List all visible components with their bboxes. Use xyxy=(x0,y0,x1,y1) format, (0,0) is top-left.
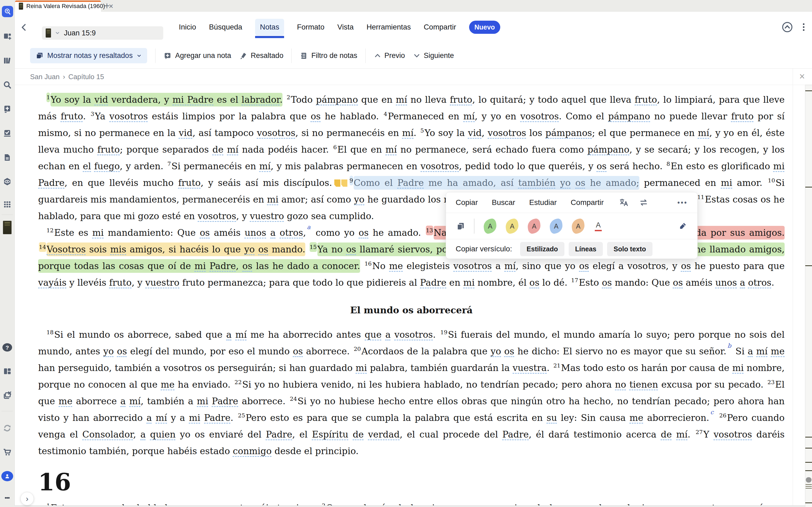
linked-word[interactable]: Padre xyxy=(209,261,236,271)
collapse-toolbar-icon[interactable] xyxy=(781,21,793,33)
linked-word[interactable]: mi xyxy=(267,194,278,205)
highlight-swatch-2[interactable]: A xyxy=(526,218,541,234)
linked-word[interactable]: Espíritu xyxy=(312,429,349,440)
linked-word[interactable]: mí xyxy=(676,429,688,440)
linked-word[interactable]: a xyxy=(147,412,152,423)
linked-word[interactable]: os xyxy=(293,346,303,356)
copy-option-líneas[interactable]: Líneas xyxy=(569,242,603,256)
popup-more-icon[interactable]: ••• xyxy=(677,199,688,207)
verse-text[interactable]: Si permanecéis en mí, y mis palabras per… xyxy=(171,161,666,171)
linked-word[interactable]: yo xyxy=(354,194,364,205)
bible-text-area[interactable]: 1Yo soy la vid verdadera, y mi Padre es … xyxy=(14,85,793,505)
verse-text[interactable] xyxy=(715,412,718,423)
linked-word[interactable]: no xyxy=(615,379,626,390)
linked-word[interactable]: os xyxy=(579,261,589,271)
linked-word[interactable]: mi xyxy=(773,161,784,171)
linked-word[interactable]: vuestro xyxy=(145,277,180,288)
sidebar-item-documents[interactable] xyxy=(3,153,11,162)
linked-word[interactable]: tienen xyxy=(629,379,658,390)
sidebar-item-more[interactable] xyxy=(5,496,10,500)
linked-word[interactable]: unos xyxy=(715,277,737,288)
linked-word[interactable]: os xyxy=(346,244,356,255)
nav-item-formato[interactable]: Formato xyxy=(297,19,324,36)
linked-word[interactable]: yo xyxy=(244,244,255,255)
linked-word[interactable]: conmigo xyxy=(233,446,272,456)
linked-word[interactable]: Vosotros xyxy=(47,244,86,255)
verse-text[interactable]: Esto os mando: Que os améis unos a otros… xyxy=(579,277,774,288)
linked-word[interactable]: mí xyxy=(227,144,238,155)
footnote-marker[interactable]: c xyxy=(710,409,713,415)
verse-text[interactable]: Yo soy la vid verdadera, y mi Padre es e… xyxy=(50,93,283,107)
linked-word[interactable]: vosotros xyxy=(420,161,459,171)
popup-action-buscar[interactable]: Buscar xyxy=(492,198,515,207)
reference-input[interactable]: Juan 15:9 xyxy=(42,26,163,40)
verse-text[interactable]: Si yo no hubiera venido, ni les hubiera … xyxy=(242,379,767,390)
linked-word[interactable]: mi xyxy=(194,261,206,271)
add-note-button[interactable]: Agregar una nota xyxy=(163,52,231,60)
linked-word[interactable]: mi xyxy=(189,412,200,423)
highlight-swatch-4[interactable]: A xyxy=(571,218,586,234)
verse-text[interactable]: Pero esto es para que se cumpla la palab… xyxy=(246,412,709,423)
linked-word[interactable]: vosotros xyxy=(488,128,526,138)
linked-word[interactable]: mí xyxy=(386,144,397,155)
linked-word[interactable]: me xyxy=(58,396,72,406)
linked-word[interactable]: fruto xyxy=(109,277,132,288)
sidebar-item-dashboard[interactable] xyxy=(3,32,11,41)
verse-text[interactable]: Acordaos de la palabra que yo os he dich… xyxy=(361,346,726,356)
previous-note-button[interactable]: Previo xyxy=(374,52,405,60)
popup-action-estudiar[interactable]: Estudiar xyxy=(529,198,557,207)
verse-text[interactable]: Ya vosotros estáis limpios por la palabr… xyxy=(95,111,383,121)
linked-word[interactable]: mi xyxy=(721,178,732,188)
linked-word[interactable]: vosotros xyxy=(198,211,236,221)
linked-word[interactable]: os xyxy=(258,244,268,255)
linked-word[interactable]: os xyxy=(311,111,321,121)
linked-word[interactable]: Padre xyxy=(420,277,446,288)
linked-word[interactable]: Padre xyxy=(38,178,64,188)
breadcrumb-close-icon[interactable]: × xyxy=(795,70,809,83)
linked-word[interactable]: labrador xyxy=(242,95,280,105)
linked-word[interactable]: vosotros xyxy=(453,261,492,271)
linked-word[interactable]: vuestra xyxy=(513,363,547,373)
linked-word[interactable]: fruto xyxy=(97,144,120,155)
linked-word[interactable]: Os xyxy=(326,503,338,505)
linked-word[interactable]: mí xyxy=(156,412,167,423)
chevron-down-icon[interactable] xyxy=(55,30,60,36)
linked-word[interactable]: a xyxy=(748,346,753,356)
nav-item-compartir[interactable]: Compartir xyxy=(424,19,456,36)
linked-word[interactable]: me xyxy=(389,261,403,271)
verse-text[interactable]: Estas cosas os he hablado, para que no t… xyxy=(50,503,321,505)
sidebar-item-passage-guide[interactable] xyxy=(3,105,11,113)
linked-word[interactable]: os xyxy=(242,261,252,271)
linked-word[interactable]: mí xyxy=(396,95,407,105)
verse-text[interactable]: Vosotros sois mis amigos, si hacéis lo q… xyxy=(47,242,305,256)
linked-word[interactable]: Padre xyxy=(397,178,424,188)
linked-word[interactable]: os xyxy=(359,227,369,238)
next-note-button[interactable]: Siguiente xyxy=(413,52,454,60)
linked-word[interactable]: sinagogas xyxy=(427,503,473,505)
linked-word[interactable]: Consolador xyxy=(83,429,133,440)
verse-text[interactable]: Como el Padre me ha amado, así también y… xyxy=(354,176,639,190)
linked-word[interactable]: vid xyxy=(179,128,193,138)
linked-word[interactable]: os xyxy=(529,277,540,288)
show-notes-dropdown[interactable]: Mostrar notas y resaltados xyxy=(30,48,147,63)
highlight-swatch-1[interactable]: A xyxy=(505,218,519,234)
linked-word[interactable]: os xyxy=(117,346,127,356)
linked-word[interactable]: vosotros xyxy=(109,111,148,121)
verse-text[interactable]: como yo os he amado. xyxy=(311,227,425,238)
linked-word[interactable]: mí xyxy=(756,346,767,356)
linked-word[interactable]: a xyxy=(141,429,146,440)
linked-word[interactable]: pámpano xyxy=(608,111,650,121)
highlight-swatch-3[interactable]: A xyxy=(549,218,563,234)
linked-word[interactable]: os xyxy=(673,277,683,288)
linked-word[interactable]: mi xyxy=(732,363,744,373)
sidebar-item-close-all[interactable] xyxy=(3,391,12,400)
tab-reina-valera[interactable]: Reina Valera Revisada (1960) × xyxy=(15,1,101,12)
breadcrumb-chapter[interactable]: Capítulo 15 xyxy=(68,73,104,81)
verse-text[interactable] xyxy=(283,95,286,105)
linked-word[interactable]: vosotros xyxy=(520,111,559,121)
linked-word[interactable]: mis xyxy=(110,244,126,255)
breadcrumb-book[interactable]: San Juan xyxy=(30,73,60,81)
linked-word[interactable]: os xyxy=(597,161,607,171)
sidebar-item-search[interactable] xyxy=(3,80,11,89)
copy-icon[interactable] xyxy=(456,222,465,231)
